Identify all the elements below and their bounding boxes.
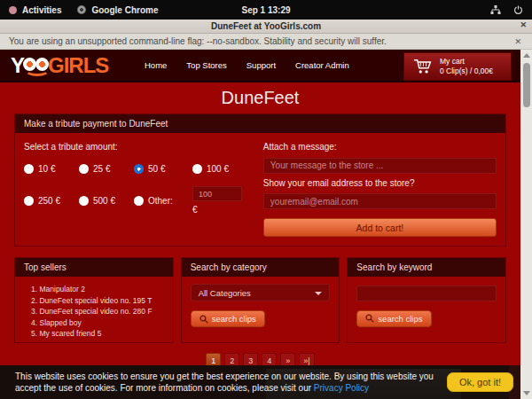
chrome-icon — [77, 5, 86, 14]
window-close-icon[interactable]: ✕ — [520, 20, 527, 29]
top-sellers-list: Manipulator 2 DuneFeet special video no.… — [24, 284, 164, 340]
radio-icon — [24, 164, 34, 174]
nav-item-home[interactable]: Home — [145, 60, 167, 70]
web-page: Y GIRLS Home Top Stores Support Creator … — [0, 50, 520, 399]
cookie-consent-bar: This website uses cookies to ensure you … — [0, 365, 520, 399]
activities-icon — [9, 6, 17, 14]
amount-label: Select a tribute amount: — [24, 142, 251, 152]
search-keyword-panel: Search by keyword search clips — [347, 257, 506, 343]
page-title: DuneFeet — [14, 88, 506, 108]
top-sellers-header: Top sellers — [15, 258, 173, 277]
search-icon — [365, 314, 374, 323]
scrollbar-up-icon[interactable] — [523, 53, 530, 58]
amount-radio-500[interactable]: 500 € — [79, 186, 134, 215]
top-sellers-panel: Top sellers Manipulator 2 DuneFeet speci… — [14, 257, 174, 343]
infobar-close-icon[interactable]: ✕ — [514, 37, 521, 46]
radio-icon — [79, 196, 89, 206]
amount-radio-10[interactable]: 10 € — [24, 164, 79, 174]
chevron-down-icon — [315, 292, 322, 295]
tribute-panel-header: Make a tribute payment to DuneFeet — [15, 114, 505, 133]
cart-icon — [413, 58, 433, 75]
site-header: Y GIRLS Home Top Stores Support Creator … — [0, 50, 520, 82]
amount-radio-100[interactable]: 100 € — [192, 164, 254, 174]
radio-icon — [134, 196, 144, 206]
browser-viewport: Y GIRLS Home Top Stores Support Creator … — [0, 50, 532, 399]
list-item[interactable]: DuneFeet special video no. 280 F — [31, 306, 164, 317]
keyword-input[interactable] — [356, 286, 497, 301]
list-item[interactable]: Slapped boy — [31, 317, 164, 329]
search-icon — [200, 315, 208, 324]
cart-summary: 0 Clip(s) / 0,00€ — [440, 66, 493, 76]
main-nav: Home Top Stores Support Creator Admin — [145, 60, 349, 70]
amount-radio-50[interactable]: 50 € — [134, 164, 192, 174]
currency-symbol: € — [192, 205, 254, 215]
radio-icon — [134, 164, 144, 174]
power-icon[interactable] — [513, 5, 523, 15]
chrome-app-menu[interactable]: Google Chrome — [77, 5, 158, 15]
tribute-panel: Make a tribute payment to DuneFeet Selec… — [14, 113, 506, 246]
search-clips-category-button[interactable]: search clips — [191, 310, 265, 327]
other-amount-input[interactable] — [192, 186, 242, 201]
site-logo[interactable]: Y GIRLS — [11, 50, 130, 81]
scrollbar-down-icon[interactable] — [523, 391, 530, 395]
message-input[interactable] — [263, 158, 497, 174]
radio-icon — [79, 164, 89, 174]
main-content: DuneFeet Make a tribute payment to DuneF… — [0, 82, 520, 368]
search-category-header: Search by category — [182, 258, 340, 277]
amount-options: 10 € 25 € 50 € 100 € 250 € 500 € Other: … — [24, 164, 251, 215]
privacy-policy-link[interactable]: Privacy Policy — [314, 383, 369, 393]
my-cart-button[interactable]: My cart 0 Clip(s) / 0,00€ — [403, 52, 512, 81]
search-keyword-header: Search by keyword — [348, 258, 505, 277]
category-select-value: All Categories — [199, 288, 251, 298]
nav-item-support[interactable]: Support — [246, 60, 276, 70]
category-select[interactable]: All Categories — [191, 284, 331, 301]
add-to-cart-button[interactable]: Add to cart! — [263, 218, 497, 237]
radio-icon — [192, 164, 202, 174]
nav-item-top-stores[interactable]: Top Stores — [186, 60, 226, 70]
amount-radio-25[interactable]: 25 € — [79, 164, 134, 174]
list-item[interactable]: DuneFeet special video no. 195 T — [31, 295, 164, 307]
cart-label: My cart — [440, 57, 493, 66]
logo-text-girls: GIRLS — [48, 53, 108, 78]
list-item[interactable]: Manipulator 2 — [31, 284, 164, 295]
cookie-message: This website uses cookies to ensure you … — [15, 371, 439, 394]
chrome-infobar: You are using an unsupported command-lin… — [0, 34, 532, 50]
network-icon[interactable] — [490, 5, 501, 15]
cookie-accept-button[interactable]: Ok, got it! — [447, 372, 513, 392]
search-category-panel: Search by category All Categories search… — [181, 257, 340, 343]
window-title-bar: DuneFeet at YooGirls.com ✕ — [0, 20, 532, 34]
radio-icon — [24, 196, 34, 206]
search-clips-keyword-button[interactable]: search clips — [356, 310, 431, 327]
desktop-top-bar: Activities Google Chrome Sep 1 13:29 — [0, 0, 532, 20]
clock[interactable]: Sep 1 13:29 — [241, 5, 290, 15]
infobar-message: You are using an unsupported command-lin… — [9, 36, 387, 46]
scrollbar-thumb[interactable] — [523, 63, 530, 107]
page-scrollbar[interactable] — [520, 50, 532, 399]
activities-label: Activities — [22, 5, 61, 15]
window-title: DuneFeet at YooGirls.com — [211, 21, 321, 31]
message-label: Attach a message: — [263, 142, 497, 152]
nav-item-creator-admin[interactable]: Creator Admin — [295, 60, 349, 70]
email-label: Show your email address to the store? — [263, 178, 497, 188]
amount-radio-other[interactable]: Other: — [134, 186, 192, 215]
email-input[interactable] — [263, 193, 497, 209]
chrome-app-label: Google Chrome — [91, 5, 158, 15]
list-item[interactable]: My scared friend 5 — [31, 328, 164, 340]
logo-text-y: Y — [11, 53, 24, 78]
logo-smile-icon — [25, 65, 50, 76]
activities-button[interactable]: Activities — [9, 5, 61, 15]
amount-radio-250[interactable]: 250 € — [24, 186, 79, 215]
